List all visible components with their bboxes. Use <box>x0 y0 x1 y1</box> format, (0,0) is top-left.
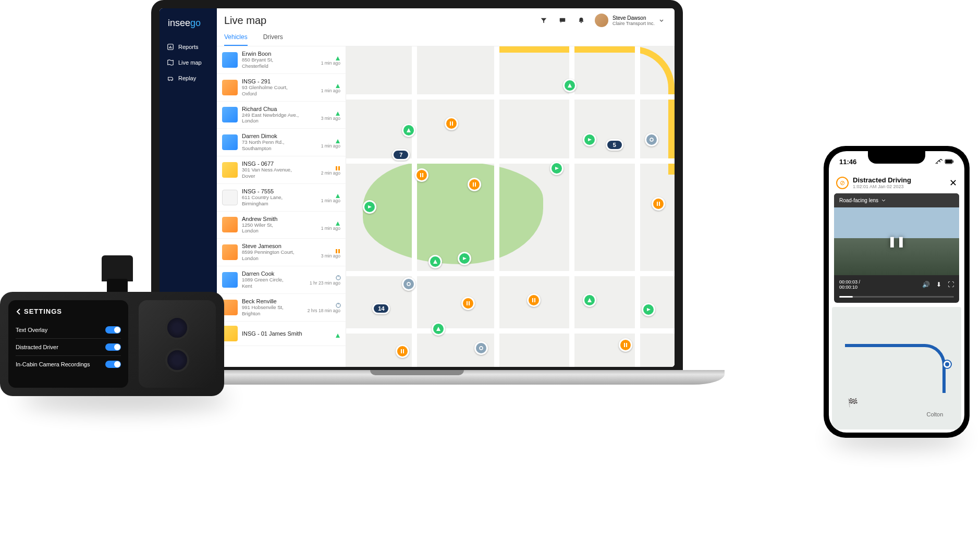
svg-rect-5 <box>336 166 337 170</box>
svg-rect-28 <box>652 138 652 139</box>
page-title: Live map <box>224 15 266 27</box>
svg-rect-36 <box>946 160 952 163</box>
map-marker-vehicle[interactable] <box>402 277 415 291</box>
map-marker-vehicle[interactable] <box>583 133 596 146</box>
vehicle-row[interactable]: Steve Jameson8599 Pennington Court,Londo… <box>217 239 346 266</box>
dashcam-distracted-label: Distracted Driver <box>16 344 58 350</box>
map-marker-vehicle[interactable] <box>445 117 458 130</box>
svg-rect-15 <box>420 173 421 177</box>
brand-go: go <box>190 18 201 28</box>
user-name: Steve Dawson <box>612 15 655 21</box>
dashcam-lens-bottom <box>165 348 189 372</box>
close-icon[interactable]: ✕ <box>949 177 957 189</box>
vehicle-time: 1 min ago <box>321 88 340 93</box>
dashcam-settings-label: SETTINGS <box>24 307 62 315</box>
tab-vehicles[interactable]: Vehicles <box>224 33 248 46</box>
video-frame[interactable]: ❚❚ <box>834 207 959 275</box>
vehicle-meta: 1 min ago <box>321 219 340 231</box>
map-marker-vehicle[interactable] <box>428 255 442 268</box>
map-cluster[interactable]: 14 <box>372 303 390 314</box>
vehicle-name: Darren Dimok <box>242 133 317 139</box>
vehicle-list[interactable]: Erwin Boon850 Bryant St,Chesterfield1 mi… <box>217 46 346 367</box>
vehicle-meta: 1 min ago <box>321 81 340 93</box>
svg-rect-34 <box>626 343 627 347</box>
map-marker-vehicle[interactable] <box>474 341 488 355</box>
map-marker-vehicle[interactable] <box>415 168 428 182</box>
vehicle-meta: 1 hr 23 min ago <box>310 274 340 286</box>
map-cluster[interactable]: 5 <box>606 139 623 151</box>
map-marker-vehicle[interactable] <box>461 297 475 310</box>
vehicle-time: 1 min ago <box>321 198 340 203</box>
phone-route-map[interactable]: 🏁 Colton <box>832 307 961 429</box>
svg-rect-10 <box>338 276 338 277</box>
vehicle-row[interactable]: INSG - 0677301 Van Ness Avenue,Dover2 mi… <box>217 156 346 184</box>
vehicle-row[interactable]: Erwin Boon850 Bryant St,Chesterfield1 mi… <box>217 46 346 74</box>
svg-rect-24 <box>403 349 404 353</box>
svg-rect-22 <box>469 301 470 305</box>
vehicle-row[interactable]: Richard Chua249 East Newbridge Ave.,Lond… <box>217 102 346 129</box>
vehicle-row[interactable]: Beck Renville991 Hobsenvile St,Brighton2… <box>217 294 346 322</box>
vehicle-info: INSG - 29193 Glenholme Court,Oxford <box>242 78 317 97</box>
vehicle-status-icon <box>335 191 340 196</box>
vehicle-address: 8599 Pennington Court,London <box>242 249 317 262</box>
map-marker-vehicle[interactable] <box>550 162 564 175</box>
vehicle-address: 301 Van Ness Avenue,Dover <box>242 167 317 179</box>
map-marker-vehicle[interactable] <box>363 200 376 214</box>
vehicle-row[interactable]: Darren Cook1089 Green Circle,Kent1 hr 23… <box>217 266 346 294</box>
tab-drivers[interactable]: Drivers <box>263 33 283 46</box>
map-marker-vehicle[interactable] <box>402 124 415 137</box>
vehicle-row[interactable]: INSG - 29193 Glenholme Court,Oxford1 min… <box>217 74 346 102</box>
vehicle-row[interactable]: INSG - 01 James Smith <box>217 322 346 346</box>
map-marker-vehicle[interactable] <box>583 293 596 307</box>
vehicle-row[interactable]: Andrew Smith1250 Wiler St,London1 min ag… <box>217 212 346 239</box>
download-icon[interactable]: ⬇ <box>936 281 941 288</box>
vehicle-row[interactable]: Darren Dimok73 North Penn Rd.,Southampto… <box>217 129 346 156</box>
map-cluster[interactable]: 7 <box>392 149 410 161</box>
incabin-recordings-toggle[interactable] <box>105 361 121 368</box>
map-marker-vehicle[interactable] <box>458 252 471 265</box>
svg-rect-29 <box>657 202 658 206</box>
vehicle-address: 991 Hobsenvile St,Brighton <box>242 304 303 317</box>
map-marker-vehicle[interactable] <box>619 338 632 352</box>
replay-icon <box>167 75 174 82</box>
text-overlay-toggle[interactable] <box>105 326 121 334</box>
dashcam-settings-header[interactable]: SETTINGS <box>16 307 121 315</box>
vehicle-time: 2 min ago <box>321 170 340 176</box>
vehicle-status-icon <box>335 331 340 336</box>
user-menu[interactable]: Steve Dawson Claire Transport Inc. <box>595 14 664 27</box>
map-marker-vehicle[interactable] <box>652 197 665 211</box>
map-marker-vehicle[interactable] <box>396 344 409 358</box>
user-company: Claire Transport Inc. <box>612 21 655 26</box>
map-marker-vehicle[interactable] <box>432 322 445 336</box>
vehicle-status-icon <box>335 301 340 306</box>
fullscreen-icon[interactable]: ⛶ <box>948 281 954 288</box>
map-road <box>494 46 499 367</box>
distracted-driver-toggle[interactable] <box>105 343 121 351</box>
map-road <box>346 94 675 100</box>
pause-icon[interactable]: ❚❚ <box>888 235 905 248</box>
map-marker-vehicle[interactable] <box>527 293 541 307</box>
vehicle-address: 1250 Wiler St,London <box>242 222 317 235</box>
vehicle-row[interactable]: INSG - 7555611 Country Lane,Birmingham1 … <box>217 184 346 212</box>
filter-icon[interactable] <box>538 15 549 26</box>
svg-rect-23 <box>401 349 402 353</box>
nav-replay[interactable]: Replay <box>160 70 217 86</box>
vehicle-thumb <box>222 326 238 341</box>
chat-icon[interactable] <box>557 15 568 26</box>
volume-icon[interactable]: 🔊 <box>922 281 930 288</box>
map[interactable]: 7 14 5 <box>346 46 675 367</box>
svg-rect-33 <box>624 343 625 347</box>
phone-event-header: ⊘ Distracted Driving 1:02:01 AM Jan 02 2… <box>829 172 964 193</box>
video-progress[interactable] <box>839 296 954 298</box>
vehicle-name: Steve Jameson <box>242 243 317 249</box>
dashcam-text-overlay-label: Text Overlay <box>16 327 47 333</box>
lens-selector[interactable]: Road-facing lens <box>834 193 959 207</box>
nav-reports[interactable]: Reports <box>160 39 217 55</box>
map-marker-vehicle[interactable] <box>642 303 655 316</box>
map-marker-vehicle[interactable] <box>563 79 577 92</box>
bell-icon[interactable] <box>576 15 586 26</box>
vehicle-status-icon <box>335 81 340 87</box>
vehicle-address: 93 Glenholme Court,Oxford <box>242 84 317 97</box>
svg-rect-37 <box>953 161 954 163</box>
nav-livemap[interactable]: Live map <box>160 55 217 70</box>
